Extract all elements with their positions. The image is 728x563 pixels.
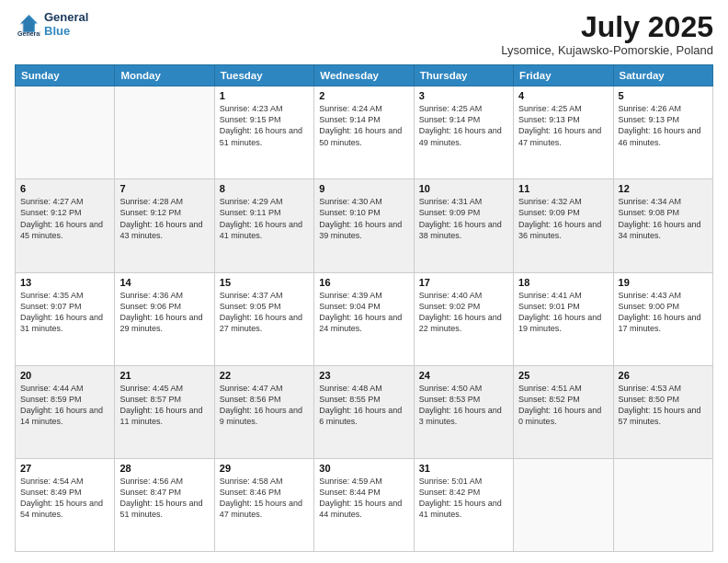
- calendar-cell: 21Sunrise: 4:45 AMSunset: 8:57 PMDayligh…: [115, 365, 214, 458]
- day-number: 6: [20, 183, 109, 194]
- day-number: 15: [220, 277, 309, 288]
- calendar-cell: 9Sunrise: 4:30 AMSunset: 9:10 PMDaylight…: [314, 179, 414, 272]
- day-number: 12: [619, 183, 708, 194]
- calendar-week-4: 20Sunrise: 4:44 AMSunset: 8:59 PMDayligh…: [16, 365, 713, 458]
- calendar-cell: 20Sunrise: 4:44 AMSunset: 8:59 PMDayligh…: [16, 365, 115, 458]
- day-number: 8: [220, 183, 309, 194]
- calendar-cell: 22Sunrise: 4:47 AMSunset: 8:56 PMDayligh…: [214, 365, 313, 458]
- calendar-week-5: 27Sunrise: 4:54 AMSunset: 8:49 PMDayligh…: [16, 458, 713, 551]
- logo-blue: Blue: [44, 25, 88, 39]
- calendar-cell: 17Sunrise: 4:40 AMSunset: 9:02 PMDayligh…: [414, 272, 513, 365]
- cell-info: Sunrise: 4:37 AMSunset: 9:05 PMDaylight:…: [220, 290, 309, 335]
- day-number: 3: [419, 90, 508, 101]
- calendar-cell: 11Sunrise: 4:32 AMSunset: 9:09 PMDayligh…: [514, 179, 613, 272]
- day-number: 13: [20, 277, 109, 288]
- day-number: 16: [319, 277, 408, 288]
- day-number: 21: [119, 370, 209, 381]
- calendar-cell: 8Sunrise: 4:29 AMSunset: 9:11 PMDaylight…: [214, 179, 313, 272]
- header: General General Blue July 2025 Lysomice,…: [15, 11, 713, 57]
- calendar-cell: 26Sunrise: 4:53 AMSunset: 8:50 PMDayligh…: [613, 365, 712, 458]
- page: General General Blue July 2025 Lysomice,…: [0, 0, 728, 563]
- calendar-cell: 24Sunrise: 4:50 AMSunset: 8:53 PMDayligh…: [414, 365, 513, 458]
- cell-info: Sunrise: 4:59 AMSunset: 8:44 PMDaylight:…: [319, 476, 408, 521]
- calendar-cell: 31Sunrise: 5:01 AMSunset: 8:42 PMDayligh…: [414, 458, 513, 551]
- calendar-cell: 7Sunrise: 4:28 AMSunset: 9:12 PMDaylight…: [115, 179, 214, 272]
- cell-info: Sunrise: 4:23 AMSunset: 9:15 PMDaylight:…: [220, 103, 309, 148]
- day-number: 2: [319, 90, 408, 101]
- calendar-week-2: 6Sunrise: 4:27 AMSunset: 9:12 PMDaylight…: [16, 179, 713, 272]
- day-number: 11: [518, 183, 608, 194]
- day-number: 1: [220, 90, 309, 101]
- calendar-header-thursday: Thursday: [414, 65, 513, 86]
- day-number: 24: [419, 370, 508, 381]
- calendar-cell: 12Sunrise: 4:34 AMSunset: 9:08 PMDayligh…: [613, 179, 712, 272]
- logo-general: General: [44, 11, 88, 25]
- calendar-week-1: 1Sunrise: 4:23 AMSunset: 9:15 PMDaylight…: [16, 86, 713, 179]
- cell-info: Sunrise: 4:32 AMSunset: 9:09 PMDaylight:…: [518, 196, 608, 241]
- day-number: 31: [419, 463, 508, 474]
- cell-info: Sunrise: 4:28 AMSunset: 9:12 PMDaylight:…: [119, 196, 209, 241]
- calendar-cell: 18Sunrise: 4:41 AMSunset: 9:01 PMDayligh…: [514, 272, 613, 365]
- calendar-cell: 23Sunrise: 4:48 AMSunset: 8:55 PMDayligh…: [314, 365, 414, 458]
- calendar-cell: 28Sunrise: 4:56 AMSunset: 8:47 PMDayligh…: [115, 458, 214, 551]
- cell-info: Sunrise: 4:39 AMSunset: 9:04 PMDaylight:…: [319, 290, 408, 335]
- cell-info: Sunrise: 4:58 AMSunset: 8:46 PMDaylight:…: [220, 476, 309, 521]
- logo: General General Blue: [15, 11, 88, 39]
- calendar-table: SundayMondayTuesdayWednesdayThursdayFrid…: [15, 64, 713, 552]
- cell-info: Sunrise: 4:56 AMSunset: 8:47 PMDaylight:…: [119, 476, 209, 521]
- cell-info: Sunrise: 4:31 AMSunset: 9:09 PMDaylight:…: [419, 196, 508, 241]
- day-number: 9: [319, 183, 408, 194]
- calendar-cell: 30Sunrise: 4:59 AMSunset: 8:44 PMDayligh…: [314, 458, 414, 551]
- title-block: July 2025 Lysomice, Kujawsko-Pomorskie, …: [501, 11, 713, 57]
- cell-info: Sunrise: 4:35 AMSunset: 9:07 PMDaylight:…: [20, 290, 109, 335]
- cell-info: Sunrise: 4:34 AMSunset: 9:08 PMDaylight:…: [619, 196, 708, 241]
- calendar-cell: [16, 86, 115, 179]
- calendar-header-tuesday: Tuesday: [214, 65, 313, 86]
- calendar-cell: 3Sunrise: 4:25 AMSunset: 9:14 PMDaylight…: [414, 86, 513, 179]
- calendar-cell: 13Sunrise: 4:35 AMSunset: 9:07 PMDayligh…: [16, 272, 115, 365]
- cell-info: Sunrise: 4:45 AMSunset: 8:57 PMDaylight:…: [119, 383, 209, 428]
- day-number: 29: [220, 463, 309, 474]
- calendar-cell: 27Sunrise: 4:54 AMSunset: 8:49 PMDayligh…: [16, 458, 115, 551]
- calendar-cell: 16Sunrise: 4:39 AMSunset: 9:04 PMDayligh…: [314, 272, 414, 365]
- calendar-cell: 6Sunrise: 4:27 AMSunset: 9:12 PMDaylight…: [16, 179, 115, 272]
- day-number: 30: [319, 463, 408, 474]
- calendar-cell: [115, 86, 214, 179]
- cell-info: Sunrise: 5:01 AMSunset: 8:42 PMDaylight:…: [419, 476, 508, 521]
- day-number: 4: [518, 90, 608, 101]
- day-number: 7: [119, 183, 209, 194]
- day-number: 20: [20, 370, 109, 381]
- subtitle: Lysomice, Kujawsko-Pomorskie, Poland: [501, 43, 713, 57]
- cell-info: Sunrise: 4:53 AMSunset: 8:50 PMDaylight:…: [619, 383, 708, 428]
- cell-info: Sunrise: 4:25 AMSunset: 9:14 PMDaylight:…: [419, 103, 508, 148]
- calendar-week-3: 13Sunrise: 4:35 AMSunset: 9:07 PMDayligh…: [16, 272, 713, 365]
- main-title: July 2025: [501, 11, 713, 43]
- day-number: 14: [119, 277, 209, 288]
- calendar-cell: 1Sunrise: 4:23 AMSunset: 9:15 PMDaylight…: [214, 86, 313, 179]
- calendar-cell: 2Sunrise: 4:24 AMSunset: 9:14 PMDaylight…: [314, 86, 414, 179]
- calendar-cell: 4Sunrise: 4:25 AMSunset: 9:13 PMDaylight…: [514, 86, 613, 179]
- cell-info: Sunrise: 4:40 AMSunset: 9:02 PMDaylight:…: [419, 290, 508, 335]
- day-number: 10: [419, 183, 508, 194]
- day-number: 22: [220, 370, 309, 381]
- calendar-cell: 5Sunrise: 4:26 AMSunset: 9:13 PMDaylight…: [613, 86, 712, 179]
- cell-info: Sunrise: 4:41 AMSunset: 9:01 PMDaylight:…: [518, 290, 608, 335]
- calendar-cell: [514, 458, 613, 551]
- cell-info: Sunrise: 4:27 AMSunset: 9:12 PMDaylight:…: [20, 196, 109, 241]
- day-number: 19: [619, 277, 708, 288]
- day-number: 28: [119, 463, 209, 474]
- cell-info: Sunrise: 4:25 AMSunset: 9:13 PMDaylight:…: [518, 103, 608, 148]
- calendar-cell: 25Sunrise: 4:51 AMSunset: 8:52 PMDayligh…: [514, 365, 613, 458]
- cell-info: Sunrise: 4:51 AMSunset: 8:52 PMDaylight:…: [518, 383, 608, 428]
- cell-info: Sunrise: 4:48 AMSunset: 8:55 PMDaylight:…: [319, 383, 408, 428]
- calendar-header-sunday: Sunday: [16, 65, 115, 86]
- day-number: 17: [419, 277, 508, 288]
- day-number: 25: [518, 370, 608, 381]
- calendar-cell: 10Sunrise: 4:31 AMSunset: 9:09 PMDayligh…: [414, 179, 513, 272]
- cell-info: Sunrise: 4:26 AMSunset: 9:13 PMDaylight:…: [619, 103, 708, 148]
- cell-info: Sunrise: 4:44 AMSunset: 8:59 PMDaylight:…: [20, 383, 109, 428]
- calendar-cell: 29Sunrise: 4:58 AMSunset: 8:46 PMDayligh…: [214, 458, 313, 551]
- cell-info: Sunrise: 4:29 AMSunset: 9:11 PMDaylight:…: [220, 196, 309, 241]
- cell-info: Sunrise: 4:54 AMSunset: 8:49 PMDaylight:…: [20, 476, 109, 521]
- calendar-cell: 14Sunrise: 4:36 AMSunset: 9:06 PMDayligh…: [115, 272, 214, 365]
